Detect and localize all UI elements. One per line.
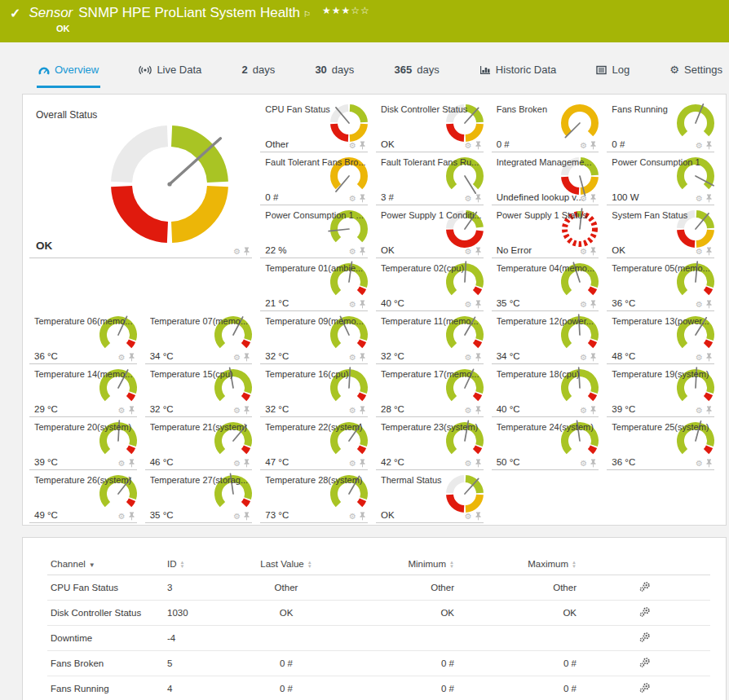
pin-icon[interactable] [590, 406, 597, 415]
gear-icon[interactable]: ⚙ [465, 248, 472, 256]
pin-icon[interactable] [705, 194, 713, 203]
pin-icon[interactable] [243, 353, 250, 362]
column-header-channel[interactable]: Channel▼ [47, 554, 164, 575]
gear-icon[interactable]: ⚙ [696, 407, 703, 415]
pin-icon[interactable] [359, 406, 366, 415]
pin-icon[interactable] [475, 300, 482, 309]
gear-icon[interactable]: ⚙ [349, 301, 356, 309]
gear-icon[interactable]: ⚙ [696, 354, 703, 362]
gear-icon[interactable]: ⚙ [696, 460, 703, 468]
gear-icon[interactable]: ⚙ [118, 407, 126, 415]
pin-icon[interactable] [705, 353, 713, 362]
pin-icon[interactable] [590, 247, 597, 256]
pin-icon[interactable] [475, 141, 482, 150]
gear-icon[interactable]: ⚙ [233, 513, 241, 521]
gear-icon[interactable]: ⚙ [233, 407, 241, 415]
pin-icon[interactable] [590, 459, 597, 468]
gear-icon[interactable]: ⚙ [465, 460, 472, 468]
gear-icon[interactable]: ⚙ [233, 460, 241, 468]
gear-icon[interactable]: ⚙ [349, 142, 356, 150]
channel-settings-icon[interactable] [639, 657, 651, 668]
gear-icon[interactable]: ⚙ [349, 460, 356, 468]
pin-icon[interactable] [590, 141, 597, 150]
pin-icon[interactable] [475, 247, 482, 256]
tab-historic-data[interactable]: Historic Data [478, 64, 558, 88]
channel-settings-icon[interactable] [639, 682, 651, 693]
gear-icon[interactable]: ⚙ [118, 513, 126, 521]
column-header-last-value[interactable]: Last Value▲▼ [245, 554, 327, 575]
gear-icon[interactable]: ⚙ [465, 195, 472, 203]
pin-icon[interactable] [475, 353, 482, 362]
pin-icon[interactable] [128, 512, 135, 521]
gear-icon[interactable]: ⚙ [580, 142, 587, 150]
gear-icon[interactable]: ⚙ [580, 248, 587, 256]
gear-icon[interactable]: ⚙ [465, 301, 472, 309]
gear-icon[interactable]: ⚙ [233, 354, 241, 362]
cell-maximum: OK [457, 601, 580, 626]
gear-icon[interactable]: ⚙ [465, 354, 472, 362]
pin-icon[interactable] [243, 512, 250, 521]
tab-overview[interactable]: Overview [37, 64, 100, 88]
tab-live-data[interactable]: Live Data [137, 64, 203, 88]
pin-icon[interactable] [359, 459, 366, 468]
gear-icon[interactable]: ⚙ [349, 195, 356, 203]
pin-icon[interactable] [475, 459, 482, 468]
pin-icon[interactable] [359, 512, 366, 521]
channel-settings-icon[interactable] [639, 606, 651, 618]
gear-icon[interactable]: ⚙ [118, 354, 126, 362]
pin-icon[interactable] [128, 353, 135, 362]
pin-icon[interactable] [590, 353, 597, 362]
pin-icon[interactable] [705, 141, 713, 150]
tab-settings[interactable]: ⚙Settings [668, 64, 724, 88]
gear-icon[interactable]: ⚙ [696, 195, 703, 203]
column-header-maximum[interactable]: Maximum▲▼ [457, 554, 580, 575]
gear-icon[interactable]: ⚙ [465, 513, 472, 521]
pin-icon[interactable] [475, 406, 482, 415]
tab-log[interactable]: Log [594, 64, 631, 88]
gear-icon[interactable]: ⚙ [580, 301, 587, 309]
gear-icon[interactable]: ⚙ [465, 142, 472, 150]
gear-icon[interactable]: ⚙ [580, 195, 587, 203]
pin-icon[interactable] [475, 194, 482, 203]
gear-icon[interactable]: ⚙ [465, 407, 472, 415]
pin-icon[interactable] [359, 300, 366, 309]
pin-icon[interactable] [243, 459, 250, 468]
tab-2-days[interactable]: 2days [240, 64, 276, 88]
gear-icon[interactable]: ⚙ [580, 460, 587, 468]
gear-icon[interactable]: ⚙ [349, 407, 356, 415]
gear-icon[interactable]: ⚙ [696, 301, 703, 309]
pin-icon[interactable] [359, 353, 366, 362]
gear-icon[interactable]: ⚙ [696, 248, 703, 256]
column-header-minimum[interactable]: Minimum▲▼ [327, 554, 457, 575]
pin-icon[interactable] [359, 194, 366, 203]
column-header-id[interactable]: ID▲▼ [164, 554, 245, 575]
gear-icon[interactable]: ⚙ [349, 354, 356, 362]
gear-icon[interactable]: ⚙ [233, 248, 241, 256]
gauge-label: Temperature 15(cpu) [150, 369, 258, 379]
gear-icon[interactable]: ⚙ [118, 460, 126, 468]
gear-icon[interactable]: ⚙ [580, 407, 587, 415]
pin-icon[interactable] [243, 247, 250, 256]
pin-icon[interactable] [359, 247, 366, 256]
gear-icon[interactable]: ⚙ [580, 354, 587, 362]
tab-365-days[interactable]: 365days [393, 64, 441, 88]
pin-icon[interactable] [705, 247, 713, 256]
gear-icon[interactable]: ⚙ [349, 513, 356, 521]
pin-icon[interactable] [359, 141, 366, 150]
channel-settings-icon[interactable] [639, 632, 651, 643]
pin-icon[interactable] [705, 459, 713, 468]
pin-icon[interactable] [590, 300, 597, 309]
pin-icon[interactable] [705, 300, 713, 309]
priority-stars[interactable]: ★★★☆☆ [322, 5, 370, 16]
gear-icon[interactable]: ⚙ [349, 248, 356, 256]
tab-30-days[interactable]: 30days [313, 64, 356, 88]
pin-icon[interactable] [475, 512, 482, 521]
channel-settings-icon[interactable] [639, 581, 651, 592]
pin-icon[interactable] [243, 406, 250, 415]
gear-icon[interactable]: ⚙ [696, 142, 703, 150]
pin-icon[interactable] [590, 194, 597, 203]
pin-icon[interactable] [128, 459, 135, 468]
flag-icon[interactable]: ⚐ [303, 10, 311, 19]
pin-icon[interactable] [128, 406, 135, 415]
pin-icon[interactable] [705, 406, 713, 415]
